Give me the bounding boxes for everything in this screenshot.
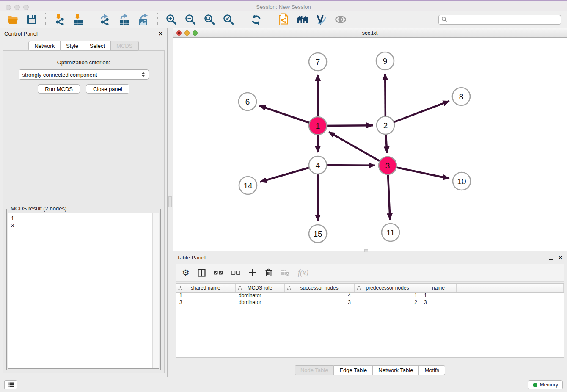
column-header-filler (456, 284, 564, 292)
column-header-name[interactable]: name (421, 284, 456, 292)
export-image-icon[interactable] (136, 13, 151, 26)
float-table-panel-icon[interactable] (549, 256, 553, 260)
memory-status-icon (533, 383, 537, 387)
new-network-from-selection-icon[interactable] (276, 13, 291, 26)
column-header-label: shared name (191, 285, 220, 291)
float-panel-icon[interactable] (149, 32, 153, 36)
refresh-icon[interactable] (248, 13, 264, 26)
tab-network[interactable]: Network (28, 41, 61, 51)
save-session-icon[interactable] (24, 13, 39, 26)
zoom-in-icon[interactable] (164, 13, 179, 26)
delete-icon[interactable] (265, 266, 272, 279)
graph-node-label: 2 (383, 121, 388, 130)
table-tabs: Node TableEdge TableNetwork TableMotifs (173, 365, 567, 375)
tab-style[interactable]: Style (61, 41, 84, 51)
table-cell[interactable]: 1 (354, 292, 421, 299)
table-row[interactable]: 3dominator323 (176, 299, 564, 306)
column-header-MCDS-role[interactable]: MCDS role (235, 284, 284, 292)
graph-edge-3-1[interactable] (329, 132, 388, 166)
home-icon[interactable] (295, 13, 310, 26)
import-table-icon[interactable] (71, 13, 86, 26)
delete-table-icon (281, 266, 290, 279)
run-mcds-button[interactable]: Run MCDS (38, 84, 80, 94)
network-view-window: ✕ − + scc.txt 7968124314101511 (173, 28, 567, 251)
add-icon[interactable] (248, 266, 257, 279)
toolbar-separator (157, 13, 158, 26)
search-icon (441, 17, 447, 22)
graph-node-label: 9 (383, 57, 388, 66)
task-history-icon[interactable] (4, 380, 17, 389)
table-cell[interactable]: 3 (421, 299, 456, 306)
sort-tree-icon (178, 286, 183, 292)
chevron-up-down-icon (141, 72, 145, 77)
graph-node-label: 8 (459, 92, 464, 101)
window-title: Session: New Session (0, 4, 567, 10)
status-bar: Memory (0, 377, 567, 392)
column-header-successor-nodes[interactable]: successor nodes (284, 284, 354, 292)
table-tab-network-table[interactable]: Network Table (373, 365, 419, 375)
tab-mcds[interactable]: MCDS (111, 41, 138, 51)
close-table-panel-icon[interactable]: ✕ (558, 256, 563, 260)
network-graph[interactable]: 7968124314101511 (173, 38, 567, 251)
toolbar-separator (242, 13, 242, 26)
select-all-icon[interactable] (214, 266, 223, 279)
window-titlebar: Session: New Session (0, 0, 567, 11)
sort-tree-icon (238, 286, 242, 292)
gear-icon[interactable]: ⚙ (182, 266, 190, 279)
table-cell[interactable]: 2 (354, 299, 421, 306)
control-panel: Control Panel ✕ NetworkStyleSelectMCDS O… (0, 28, 168, 377)
mcds-result-groupbox: MCDS result (2 nodes) 13 (6, 209, 161, 370)
table-cell[interactable]: 1 (176, 292, 235, 299)
zoom-fit-icon[interactable] (202, 13, 217, 26)
tab-select[interactable]: Select (84, 41, 111, 51)
column-header-label: name (432, 285, 445, 291)
function-builder-icon: f(x) (298, 266, 308, 279)
toolbar-separator (92, 13, 92, 26)
memory-button[interactable]: Memory (528, 380, 563, 389)
close-panel-icon[interactable]: ✕ (158, 32, 163, 36)
import-network-icon[interactable] (52, 13, 67, 26)
table-tab-motifs[interactable]: Motifs (419, 365, 445, 375)
open-session-icon[interactable] (5, 13, 20, 26)
table-cell[interactable]: 3 (176, 299, 235, 306)
splitter-grip[interactable] (168, 196, 172, 207)
deselect-all-icon[interactable] (231, 266, 240, 279)
zoom-out-icon[interactable] (183, 13, 198, 26)
column-header-shared-name[interactable]: shared name (176, 284, 235, 292)
table-toolbar: ⚙ f(x) (176, 264, 564, 282)
column-header-predecessor-nodes[interactable]: predecessor nodes (354, 284, 421, 292)
close-panel-button[interactable]: Close panel (86, 84, 129, 94)
table-cell[interactable]: 3 (284, 299, 354, 306)
table-cell[interactable]: 1 (421, 292, 456, 299)
mcds-result-text: 13 (8, 213, 159, 230)
export-network-icon[interactable] (98, 13, 113, 26)
table-cell[interactable]: dominator (235, 292, 284, 299)
table-tab-node-table[interactable]: Node Table (295, 365, 334, 375)
main-toolbar (0, 11, 567, 28)
result-line: 1 (11, 215, 156, 222)
network-view-titlebar[interactable]: ✕ − + scc.txt (173, 28, 567, 38)
vertical-splitter[interactable] (168, 28, 173, 377)
result-scrollbar[interactable] (152, 213, 159, 368)
columns-icon[interactable] (198, 266, 206, 279)
optimization-criterion-label: Optimization criterion: (3, 59, 164, 66)
graph-node-label: 10 (457, 177, 466, 186)
search-input[interactable] (449, 17, 558, 22)
table-tab-edge-table[interactable]: Edge Table (334, 365, 373, 375)
table-row[interactable]: 1dominator411 (176, 292, 564, 299)
table-cell[interactable]: dominator (235, 299, 284, 306)
graph-edge-2-8[interactable] (385, 101, 449, 125)
graph-node-label: 15 (313, 229, 322, 238)
graph-edge-3-10[interactable] (388, 166, 449, 179)
show-hide-icon[interactable] (333, 13, 348, 26)
table-panel: Table Panel ✕ ⚙ f(x) shared nameMCDS ro (173, 252, 567, 377)
control-panel-tabs: NetworkStyleSelectMCDS (0, 41, 167, 51)
memory-label: Memory (540, 382, 558, 388)
criterion-dropdown[interactable]: strongly connected component (19, 69, 149, 80)
vizmapper-icon[interactable] (314, 13, 329, 26)
zoom-selected-icon[interactable] (221, 13, 236, 26)
table-cell[interactable]: 4 (284, 292, 354, 299)
export-table-icon[interactable] (117, 13, 132, 26)
mcds-result-area[interactable]: 13 (8, 213, 159, 369)
search-field[interactable] (438, 15, 561, 25)
